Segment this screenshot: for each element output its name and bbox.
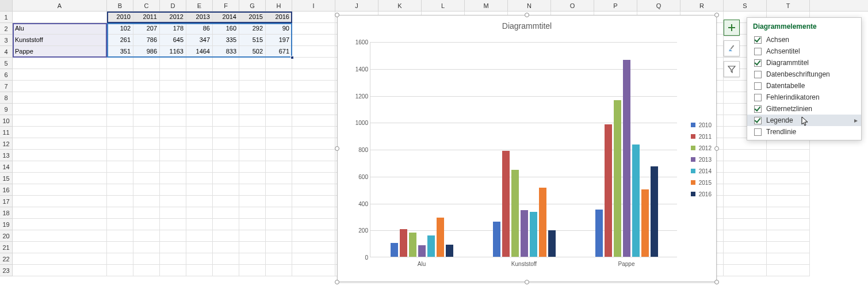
cell-H11[interactable]: [266, 127, 292, 138]
col-header-O[interactable]: O: [551, 0, 594, 11]
checkbox-icon[interactable]: [754, 36, 762, 44]
cell-C7[interactable]: [133, 81, 160, 92]
cell-E9[interactable]: [186, 104, 213, 115]
cell-H17[interactable]: [266, 196, 292, 207]
cell-H3[interactable]: 197: [266, 35, 292, 46]
cell-E21[interactable]: [186, 242, 213, 253]
cell-G17[interactable]: [239, 196, 266, 207]
cell-D12[interactable]: [160, 138, 186, 150]
cell-F17[interactable]: [213, 196, 239, 207]
cell-H5[interactable]: [266, 58, 292, 69]
col-header-D[interactable]: D: [160, 0, 186, 11]
row-header-12[interactable]: 12: [0, 138, 13, 150]
col-header-B[interactable]: B: [107, 0, 133, 11]
cell-C22[interactable]: [133, 253, 160, 265]
cell-F3[interactable]: 335: [213, 35, 239, 46]
cell-A20[interactable]: [13, 230, 107, 242]
row-header-18[interactable]: 18: [0, 207, 13, 219]
cell-F15[interactable]: [213, 173, 239, 184]
cell-I19[interactable]: [292, 219, 335, 230]
resize-handle-br[interactable]: [714, 280, 719, 284]
cell-B3[interactable]: 261: [107, 35, 133, 46]
cell-F19[interactable]: [213, 219, 239, 230]
cell-T21[interactable]: [767, 242, 810, 253]
cell-B2[interactable]: 102: [107, 23, 133, 35]
col-header-P[interactable]: P: [594, 0, 637, 11]
cell-C4[interactable]: 986: [133, 46, 160, 58]
cell-S20[interactable]: [724, 230, 767, 242]
cell-H8[interactable]: [266, 92, 292, 104]
cell-E14[interactable]: [186, 161, 213, 173]
row-header-20[interactable]: 20: [0, 230, 13, 242]
cell-I23[interactable]: [292, 265, 335, 276]
cell-A11[interactable]: [13, 127, 107, 138]
cell-F16[interactable]: [213, 184, 239, 196]
cell-C14[interactable]: [133, 161, 160, 173]
cell-B21[interactable]: [107, 242, 133, 253]
cell-C10[interactable]: [133, 115, 160, 127]
flyout-item-achsen[interactable]: Achsen: [747, 34, 861, 45]
cell-A8[interactable]: [13, 92, 107, 104]
cell-H2[interactable]: 90: [266, 23, 292, 35]
cell-E6[interactable]: [186, 69, 213, 81]
cell-D23[interactable]: [160, 265, 186, 276]
cell-S23[interactable]: [724, 265, 767, 276]
bar-Pappe-2012[interactable]: [614, 100, 621, 257]
cell-H1[interactable]: 2016: [266, 12, 292, 23]
cell-H9[interactable]: [266, 104, 292, 115]
cell-H19[interactable]: [266, 219, 292, 230]
cell-I11[interactable]: [292, 127, 335, 138]
cell-G21[interactable]: [239, 242, 266, 253]
cell-E3[interactable]: 347: [186, 35, 213, 46]
cell-S19[interactable]: [724, 219, 767, 230]
cell-A15[interactable]: [13, 173, 107, 184]
col-header-T[interactable]: T: [767, 0, 810, 11]
cell-G18[interactable]: [239, 207, 266, 219]
cell-I12[interactable]: [292, 138, 335, 150]
cell-B14[interactable]: [107, 161, 133, 173]
cell-D9[interactable]: [160, 104, 186, 115]
cell-B13[interactable]: [107, 150, 133, 161]
resize-handle-tl[interactable]: [335, 13, 339, 17]
cell-A22[interactable]: [13, 253, 107, 265]
bar-Pappe-2016[interactable]: [651, 166, 658, 257]
cell-G16[interactable]: [239, 184, 266, 196]
cell-A16[interactable]: [13, 184, 107, 196]
cell-D15[interactable]: [160, 173, 186, 184]
cell-H7[interactable]: [266, 81, 292, 92]
cell-D16[interactable]: [160, 184, 186, 196]
cell-F2[interactable]: 160: [213, 23, 239, 35]
cell-E8[interactable]: [186, 92, 213, 104]
cell-G7[interactable]: [239, 81, 266, 92]
row-header-3[interactable]: 3: [0, 35, 13, 46]
resize-handle-tr[interactable]: [714, 13, 719, 17]
cell-G13[interactable]: [239, 150, 266, 161]
row-header-22[interactable]: 22: [0, 253, 13, 265]
cell-E11[interactable]: [186, 127, 213, 138]
cell-A21[interactable]: [13, 242, 107, 253]
checkbox-icon[interactable]: [754, 117, 762, 124]
cell-B20[interactable]: [107, 230, 133, 242]
cell-C11[interactable]: [133, 127, 160, 138]
bar-Kunststoff-2011[interactable]: [502, 151, 510, 257]
row-header-9[interactable]: 9: [0, 104, 13, 115]
row-header-17[interactable]: 17: [0, 196, 13, 207]
row-header-11[interactable]: 11: [0, 127, 13, 138]
cell-F8[interactable]: [213, 92, 239, 104]
cell-T22[interactable]: [767, 253, 810, 265]
cell-S21[interactable]: [724, 242, 767, 253]
bar-Kunststoff-2016[interactable]: [548, 230, 556, 257]
cell-B15[interactable]: [107, 173, 133, 184]
resize-handle-rc[interactable]: [714, 146, 719, 151]
cell-C17[interactable]: [133, 196, 160, 207]
cell-F4[interactable]: 833: [213, 46, 239, 58]
resize-handle-bl[interactable]: [335, 280, 339, 284]
cell-B19[interactable]: [107, 219, 133, 230]
cell-I1[interactable]: [292, 12, 335, 23]
cell-B11[interactable]: [107, 127, 133, 138]
cell-B4[interactable]: 351: [107, 46, 133, 58]
cell-A4[interactable]: Pappe: [13, 46, 107, 58]
cell-E16[interactable]: [186, 184, 213, 196]
cell-C16[interactable]: [133, 184, 160, 196]
cell-B10[interactable]: [107, 115, 133, 127]
